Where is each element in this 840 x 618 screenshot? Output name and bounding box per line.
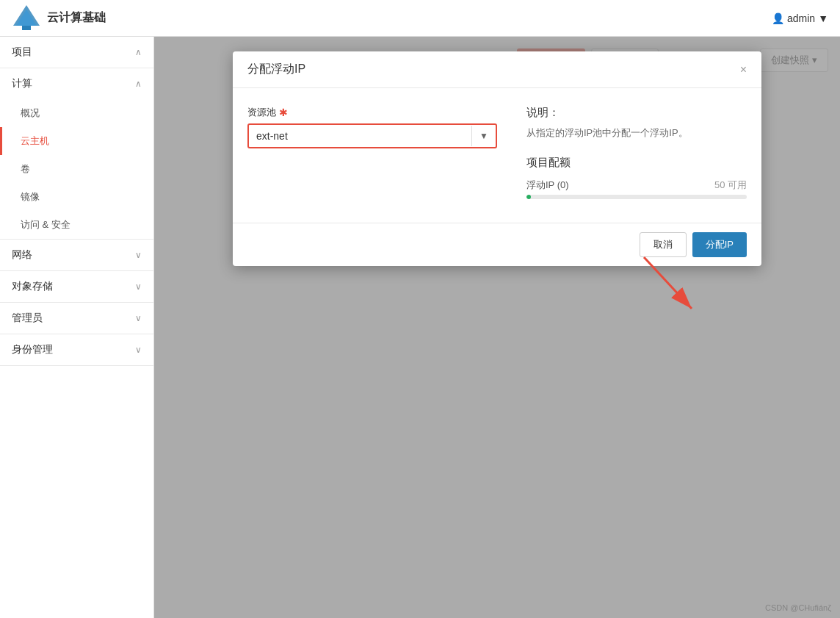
quota-item-floating-ip: 浮动IP (0) 50 可用 — [526, 179, 747, 199]
chevron-down-icon: ∨ — [135, 313, 142, 323]
confirm-button[interactable]: 分配IP — [692, 232, 747, 257]
sidebar-section-label: 管理员 — [12, 312, 43, 325]
sidebar-item-project[interactable]: 项目 ∧ — [0, 37, 153, 68]
select-arrow-icon[interactable]: ▼ — [471, 126, 496, 146]
sidebar: 项目 ∧ 计算 ∧ 概况 云主机 卷 镜像 访问 & 安全 — [0, 37, 154, 618]
cancel-button[interactable]: 取消 — [640, 232, 687, 257]
info-section: 说明： 从指定的浮动IP池中分配一个浮动IP。 — [526, 106, 747, 141]
sidebar-section-label: 项目 — [12, 46, 32, 59]
site-title: 云计算基础 — [47, 10, 106, 26]
sidebar-item-image[interactable]: 镜像 — [0, 183, 153, 211]
quota-label-row: 浮动IP (0) 50 可用 — [526, 179, 747, 192]
chevron-up-icon: ∧ — [135, 47, 142, 57]
quota-section: 项目配额 浮动IP (0) 50 可用 — [526, 156, 747, 199]
sidebar-section-project: 项目 ∧ — [0, 37, 153, 68]
sidebar-section-label: 身份管理 — [12, 343, 53, 356]
user-icon: 👤 — [772, 12, 784, 24]
chevron-up-icon: ∧ — [135, 79, 142, 89]
username: admin — [787, 12, 815, 24]
modal-form: 资源池 ✱ ext-net ▼ — [247, 106, 497, 205]
sidebar-section-label: 对象存储 — [12, 280, 53, 293]
chevron-down-icon: ∨ — [135, 250, 142, 260]
quota-title: 项目配额 — [526, 156, 747, 170]
resource-pool-select[interactable]: ext-net ▼ — [247, 123, 497, 148]
header: 云计算基础 👤 admin ▼ — [0, 0, 840, 37]
user-dropdown-icon: ▼ — [818, 12, 828, 24]
sidebar-section-compute: 计算 ∧ 概况 云主机 卷 镜像 访问 & 安全 — [0, 68, 153, 240]
modal-header: 分配浮动IP × — [233, 51, 761, 88]
info-title: 说明： — [526, 106, 747, 120]
sidebar-item-vm[interactable]: 云主机 — [0, 127, 153, 155]
modal-overlay: 分配浮动IP × 资源池 ✱ ext-net — [154, 37, 840, 618]
resource-pool-group: 资源池 ✱ ext-net ▼ — [247, 106, 497, 148]
sidebar-item-identity[interactable]: 身份管理 ∨ — [0, 334, 153, 365]
logo-area: 云计算基础 — [12, 4, 106, 33]
quota-available: 50 可用 — [714, 179, 747, 192]
logo-icon — [12, 4, 41, 33]
sidebar-item-object-storage[interactable]: 对象存储 ∨ — [0, 271, 153, 302]
sidebar-section-label: 网络 — [12, 248, 32, 262]
sidebar-section-network: 网络 ∨ — [0, 240, 153, 271]
modal-info: 说明： 从指定的浮动IP池中分配一个浮动IP。 项目配额 浮动IP (0) 50… — [526, 106, 747, 205]
sidebar-item-compute[interactable]: 计算 ∧ — [0, 68, 153, 99]
required-mark: ✱ — [279, 107, 288, 118]
main-content: 删除云主机 更多操作 ▾ 入创建以来 操作 创建快照 ▾ 分配浮动IP × — [154, 37, 840, 618]
user-menu[interactable]: 👤 admin ▼ — [772, 12, 828, 24]
svg-rect-2 — [22, 26, 31, 30]
sidebar-item-access[interactable]: 访问 & 安全 — [0, 211, 153, 239]
sidebar-section-label: 计算 — [12, 77, 32, 90]
sidebar-item-admin[interactable]: 管理员 ∨ — [0, 303, 153, 334]
sidebar-item-network[interactable]: 网络 ∨ — [0, 240, 153, 270]
sidebar-section-object-storage: 对象存储 ∨ — [0, 271, 153, 303]
resource-pool-label: 资源池 ✱ — [247, 106, 497, 119]
chevron-down-icon: ∨ — [135, 345, 142, 355]
quota-label: 浮动IP (0) — [526, 179, 569, 192]
resource-pool-value: ext-net — [249, 125, 471, 147]
allocate-ip-modal: 分配浮动IP × 资源池 ✱ ext-net — [233, 51, 761, 266]
modal-body: 资源池 ✱ ext-net ▼ 说明： — [233, 88, 761, 223]
sidebar-item-volume[interactable]: 卷 — [0, 155, 153, 183]
modal-close-button[interactable]: × — [740, 64, 747, 76]
sidebar-section-identity: 身份管理 ∨ — [0, 334, 153, 366]
sidebar-section-admin: 管理员 ∨ — [0, 303, 153, 334]
chevron-down-icon: ∨ — [135, 281, 142, 292]
info-text: 从指定的浮动IP池中分配一个浮动IP。 — [526, 126, 747, 141]
modal-title: 分配浮动IP — [247, 62, 305, 77]
modal-footer: 取消 分配IP — [233, 223, 761, 266]
quota-progress-bg — [526, 195, 747, 199]
sidebar-item-overview[interactable]: 概况 — [0, 99, 153, 127]
quota-progress-fill — [526, 195, 531, 199]
main-layout: 项目 ∧ 计算 ∧ 概况 云主机 卷 镜像 访问 & 安全 — [0, 37, 840, 618]
